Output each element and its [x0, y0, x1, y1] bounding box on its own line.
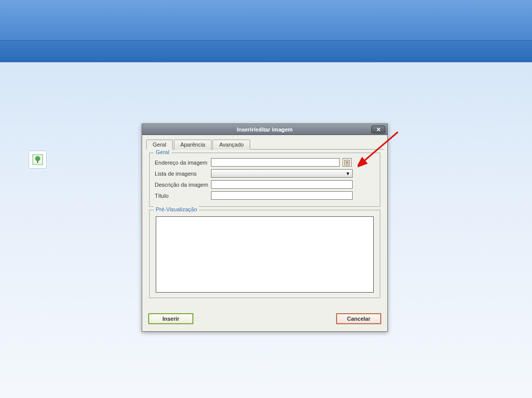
fieldset-general-legend: Geral [154, 149, 171, 155]
dialog-title-text: Inserir/editar imagem [237, 126, 292, 132]
insert-image-dialog: Inserir/editar imagem ✕ Geral Aparência … [142, 123, 388, 332]
preview-area [156, 216, 374, 293]
image-url-input[interactable] [211, 158, 340, 167]
label-image-url: Endereço da imagem [155, 160, 211, 166]
browse-image-button[interactable] [343, 158, 352, 167]
browse-icon [344, 160, 350, 166]
image-list-dropdown[interactable]: ▼ [211, 169, 353, 178]
svg-rect-8 [37, 161, 38, 163]
app-header [0, 0, 532, 40]
insert-button[interactable]: Inserir [148, 313, 193, 324]
fieldset-preview: Pré-Visualização [149, 210, 380, 298]
dialog-titlebar: Inserir/editar imagem ✕ [142, 124, 387, 135]
cancel-button[interactable]: Cancelar [336, 313, 381, 324]
fieldset-general: Geral Endereço da imagem Lista de imagen… [149, 153, 380, 207]
dialog-footer: Inserir Cancelar [142, 309, 387, 331]
app-menubar [0, 40, 532, 62]
svg-point-7 [35, 156, 40, 161]
close-icon: ✕ [376, 126, 381, 133]
dialog-tabs: Geral Aparência Avançado [146, 139, 383, 150]
image-title-input[interactable] [211, 191, 353, 200]
dialog-body: Geral Endereço da imagem Lista de imagen… [146, 150, 383, 305]
editor-toolbar [0, 62, 532, 112]
insert-image-toolbar-button-secondary[interactable] [29, 151, 47, 169]
tab-general[interactable]: Geral [146, 140, 173, 150]
tree-icon [32, 154, 43, 165]
label-image-title: Título [155, 193, 211, 199]
tab-appearance[interactable]: Aparência [174, 140, 212, 150]
chevron-down-icon: ▼ [346, 171, 350, 176]
tab-advanced[interactable]: Avançado [212, 140, 250, 150]
label-image-description: Descrição da imagem [155, 182, 211, 188]
label-image-list: Lista de imagens [155, 171, 211, 177]
image-description-input[interactable] [211, 180, 353, 189]
dialog-close-button[interactable]: ✕ [371, 125, 385, 134]
fieldset-preview-legend: Pré-Visualização [154, 206, 199, 212]
